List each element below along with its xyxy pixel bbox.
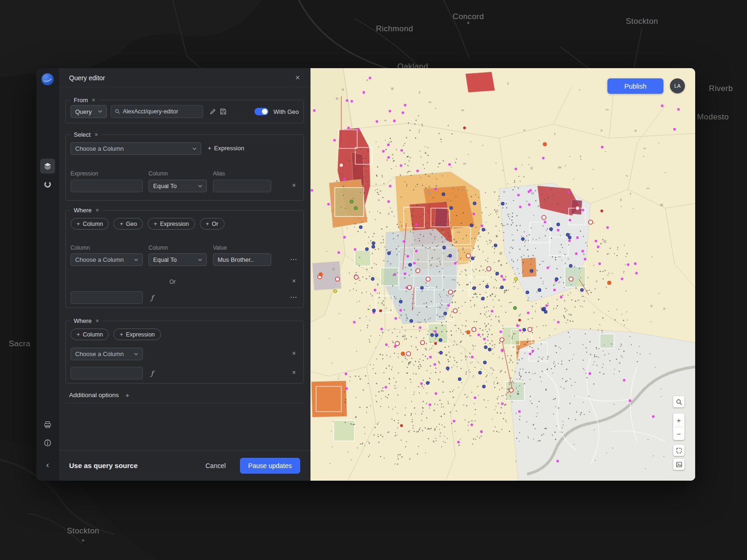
select-expression-input[interactable] xyxy=(70,180,143,192)
add-expression-label: Expression xyxy=(160,221,189,227)
where1-value-label: Value xyxy=(213,245,227,251)
from-legend: From ✕ xyxy=(70,97,99,104)
map-search-button[interactable] xyxy=(673,396,684,407)
with-geo-toggle[interactable] xyxy=(254,108,268,115)
from-label: From xyxy=(74,97,88,104)
add-column-button[interactable]: + Column xyxy=(70,329,109,340)
add-expression-button[interactable]: + Expression xyxy=(148,218,195,230)
where-section-1: Where ✕ + Column + Geo + Expression + xyxy=(65,210,304,308)
zoom-in-button[interactable]: + xyxy=(673,413,684,427)
map-select-area-button[interactable] xyxy=(673,445,684,456)
collapse-panel-button[interactable]: ‹ xyxy=(40,457,55,472)
where1-column-label: Column xyxy=(70,245,90,251)
use-as-query-source-label: Use as query source xyxy=(69,462,138,469)
where1-operator-dropdown[interactable]: Equal To xyxy=(148,253,207,266)
where1-buttons: + Column + Geo + Expression + Or xyxy=(70,218,225,230)
query-editor-panel: Query editor ✕ From ✕ Query xyxy=(59,68,310,481)
source-type-value: Query xyxy=(75,108,92,115)
pencil-icon xyxy=(210,108,216,115)
add-expression-button[interactable]: + Expression xyxy=(113,329,161,340)
or-label: Or xyxy=(169,279,176,285)
crosshair-icon xyxy=(676,448,682,454)
bg-city-label: Concord xyxy=(452,12,484,21)
add-or-button[interactable]: + Or xyxy=(200,218,225,230)
plus-icon: + xyxy=(120,221,123,227)
where2-legend: Where ✕ xyxy=(70,317,103,324)
chevron-down-icon xyxy=(134,259,138,261)
select-column-dropdown[interactable]: Choose a Column xyxy=(70,142,201,155)
publish-button[interactable]: Publish xyxy=(607,78,663,94)
save-source-button[interactable] xyxy=(219,107,227,116)
remove-where2-expr-icon[interactable]: ✕ xyxy=(292,370,296,376)
avatar[interactable]: LA xyxy=(670,78,685,93)
sidebar-item-print[interactable] xyxy=(40,417,55,432)
sidebar-item-info[interactable] xyxy=(40,435,55,450)
bg-city-label: Stockton xyxy=(626,17,658,26)
close-panel-icon[interactable]: ✕ xyxy=(295,74,300,81)
where1-column-dropdown[interactable]: Choose a Column xyxy=(70,253,143,266)
where1-value-dropdown[interactable]: Mus Brother.. xyxy=(213,253,271,266)
query-editor-footer: Use as query source Cancel Pause updates xyxy=(59,450,310,481)
zoom-out-button[interactable]: − xyxy=(673,427,684,440)
where-section-2: Where ✕ + Column + Expression Choose a C… xyxy=(65,321,304,384)
expression-col-label: Expression xyxy=(70,170,98,177)
plus-icon: + xyxy=(206,221,209,227)
add-options-button[interactable]: + xyxy=(126,391,130,399)
from-row: Query xyxy=(70,105,299,118)
where1-column-placeholder: Choose a Column xyxy=(75,256,124,263)
where1-column2-label: Column xyxy=(148,245,168,251)
sidebar-item-charts[interactable] xyxy=(40,177,55,192)
map-pane[interactable]: Publish LA + − xyxy=(310,68,695,481)
sidebar-item-layers[interactable] xyxy=(40,159,55,174)
add-select-expression-button[interactable]: + Expression xyxy=(208,145,244,152)
select-operator-dropdown[interactable]: Equal To xyxy=(148,180,207,192)
where1-row-more-icon[interactable]: ⋯ xyxy=(290,255,297,264)
map-screenshot-button[interactable] xyxy=(673,459,684,470)
column-col-label: Column xyxy=(148,170,168,177)
bg-city-label: Richmond xyxy=(376,24,413,34)
add-or-label: Or xyxy=(212,221,218,227)
remove-from-icon[interactable]: ✕ xyxy=(92,97,95,104)
plus-icon: + xyxy=(77,221,80,227)
add-geo-button[interactable]: + Geo xyxy=(113,218,143,230)
app-logo[interactable] xyxy=(42,73,54,85)
add-column-button[interactable]: + Column xyxy=(70,218,109,230)
alias-col-label: Alias xyxy=(213,170,225,177)
chevron-down-icon xyxy=(98,110,102,113)
remove-where2-row-icon[interactable]: ✕ xyxy=(292,350,296,357)
edit-source-button[interactable] xyxy=(209,107,217,116)
remove-select-icon[interactable]: ✕ xyxy=(94,131,98,138)
where1-expr-more-icon[interactable]: ⋯ xyxy=(290,293,297,301)
where2-buttons: + Column + Expression xyxy=(70,329,161,340)
remove-select-row-icon[interactable]: ✕ xyxy=(292,182,296,189)
query-editor-header: Query editor ✕ xyxy=(59,68,310,88)
select-section: Select ✕ Choose a Column + Expression Ex… xyxy=(65,134,304,201)
where1-expression-input[interactable] xyxy=(70,291,143,304)
where2-expression-input[interactable] xyxy=(70,367,143,379)
cancel-button[interactable]: Cancel xyxy=(205,462,226,469)
add-expression-label: Expression xyxy=(126,331,155,338)
additional-options: Additional options + xyxy=(69,391,129,399)
where2-column-dropdown[interactable]: Choose a Column xyxy=(70,348,143,360)
choropleth-map[interactable] xyxy=(310,68,695,481)
where1-label: Where xyxy=(74,207,92,214)
image-icon xyxy=(676,462,682,468)
add-expression-label: Expression xyxy=(214,145,244,152)
page-title: Query editor xyxy=(69,74,105,82)
plus-icon: + xyxy=(77,331,80,338)
remove-or-row-icon[interactable]: ✕ xyxy=(292,278,296,284)
add-column-label: Column xyxy=(83,221,103,227)
plus-icon: + xyxy=(154,221,157,227)
plus-icon: + xyxy=(120,331,123,338)
pause-updates-button[interactable]: Pause updates xyxy=(240,458,300,474)
remove-where1-icon[interactable]: ✕ xyxy=(95,207,99,214)
select-alias-input[interactable] xyxy=(213,180,271,192)
where1-legend: Where ✕ xyxy=(70,207,103,214)
remove-where2-icon[interactable]: ✕ xyxy=(95,317,99,324)
source-type-select[interactable]: Query xyxy=(70,105,107,118)
select-legend: Select ✕ xyxy=(70,131,102,138)
source-search-input[interactable] xyxy=(123,108,199,115)
donut-chart-icon xyxy=(44,181,51,188)
printer-icon xyxy=(44,421,51,428)
select-operator-value: Equal To xyxy=(153,182,176,189)
